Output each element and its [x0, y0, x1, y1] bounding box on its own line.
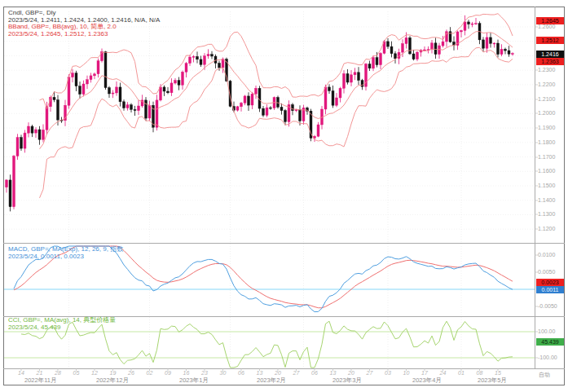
middle-band-badge: 1.2512 [536, 37, 564, 44]
x-axis-day-label: 20 [275, 370, 281, 376]
y-axis-price-label: 1.1500 [538, 183, 555, 188]
x-axis-day-label: 19 [110, 370, 117, 376]
legend-macd-values: 2023/5/24, 0.0011, 0.0023 [8, 253, 123, 261]
cci-value-badge: 45.439 [536, 338, 564, 346]
x-axis-day-label: 13 [257, 370, 263, 376]
x-axis-day-label: 23 [201, 370, 208, 376]
x-axis-day-label: 02 [147, 370, 153, 376]
x-axis-month-label: 2022年12月 [96, 377, 129, 385]
x-axis-day-label: 13 [330, 370, 337, 376]
x-axis-month-label: 2023年3月 [332, 377, 362, 385]
x-axis-day-label: 30 [220, 370, 227, 376]
x-axis-day-label: 28 [55, 370, 61, 376]
x-axis-day-label: 08 [477, 370, 483, 376]
x-axis-day-label: 15 [495, 370, 501, 376]
x-axis-month-label: 2022年11月 [24, 377, 56, 385]
y-axis-macd-label: 0.0100 [538, 252, 555, 258]
y-axis-price-label: 1.2000 [538, 110, 555, 116]
x-axis-day-label: 21 [37, 370, 43, 376]
y-axis-price-label: 1.1600 [538, 168, 555, 174]
x-axis-day-label: 10 [403, 370, 410, 376]
y-axis-price-label: 1.1800 [538, 139, 555, 145]
x-axis-day-label: 17 [421, 370, 428, 376]
axis-corner-label[interactable]: 自动 [539, 371, 550, 379]
y-axis-cci-label: -100.00 [538, 355, 557, 360]
cci-legend: CCI, GBP=, MA(avg), 14, 典型价格量 2023/5/24,… [8, 317, 116, 331]
last-price-badge: 1.2416 [536, 51, 564, 58]
legend-bband-values: 2023/5/24, 1.2645, 1.2512, 1.2363 [8, 31, 160, 38]
x-axis-month-label: 2023年4月 [412, 377, 442, 385]
macd-signal-badge: 0.0023 [536, 279, 564, 286]
main-chart-legend: Cndl, GBP=, Dly 2023/5/24, 1.2411, 1.242… [8, 10, 160, 37]
x-axis-day-label: 03 [385, 370, 391, 376]
lower-band-badge: 1.2363 [536, 58, 564, 65]
chart-window: Cndl, GBP=, Dly 2023/5/24, 1.2411, 1.242… [0, 0, 568, 392]
y-axis-macd-label: -0.0050 [538, 303, 557, 309]
y-axis-price-label: 1.2300 [538, 67, 555, 73]
x-axis-day-label: 27 [367, 370, 373, 376]
y-axis-price-label: 1.2100 [538, 96, 555, 102]
macd-value-badge: 0.0011 [536, 286, 564, 293]
y-axis-price-label: 1.1900 [538, 125, 555, 130]
y-axis-price-label: 1.1300 [538, 211, 555, 217]
x-axis-month-label: 2023年2月 [257, 377, 286, 385]
price-chart-canvas[interactable] [0, 0, 568, 392]
y-axis-price-label: 1.2600 [538, 24, 555, 29]
y-axis-price-label: 1.1700 [538, 154, 555, 160]
y-axis-price-label: 1.1200 [538, 226, 555, 231]
x-axis-day-label: 12 [91, 370, 98, 376]
y-axis-macd-label: 0.0050 [538, 269, 555, 275]
x-axis-day-label: 01 [458, 370, 465, 376]
x-axis-day-label: 14 [18, 370, 24, 376]
x-axis-month-label: 2023年5月 [478, 377, 507, 385]
macd-legend: MACD, GBP=, MA(Exp), 12, 26, 9, 指数 2023/… [8, 246, 123, 260]
x-axis-day-label: 24 [440, 370, 447, 376]
x-axis-day-label: 27 [293, 370, 300, 376]
y-axis-cci-label: 100.00 [538, 328, 555, 334]
x-axis-day-label: 09 [165, 370, 171, 376]
x-axis-day-label: 06 [238, 370, 244, 376]
y-axis-price-label: 1.1400 [538, 197, 555, 203]
x-axis-month-label: 2023年1月 [179, 377, 209, 385]
x-axis-day-label: 06 [311, 370, 318, 376]
x-axis-day-label: 26 [128, 370, 134, 376]
x-axis-day-label: 16 [183, 370, 190, 376]
upper-band-badge: 1.2645 [536, 17, 564, 24]
x-axis-day-label: 05 [73, 370, 80, 376]
x-axis-day-label: 20 [348, 370, 354, 376]
y-axis-price-label: 1.2200 [538, 81, 555, 87]
legend-cci-values: 2023/5/24, 45.439 [8, 324, 116, 332]
